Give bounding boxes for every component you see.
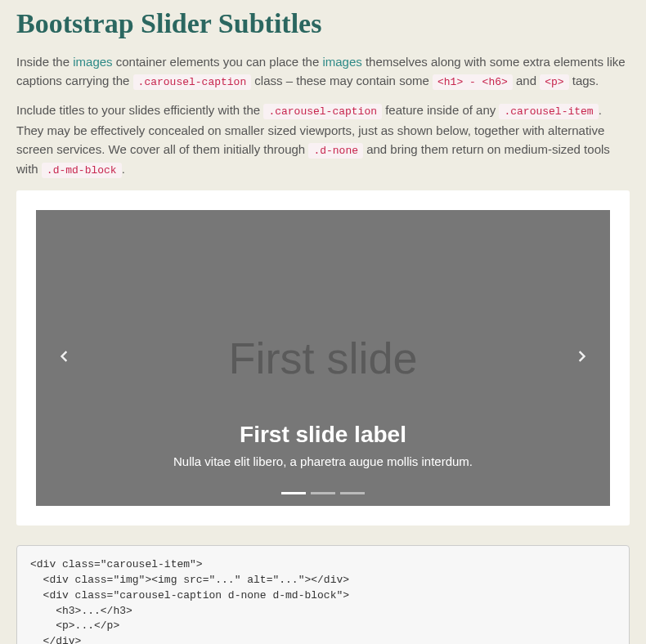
intro-paragraph-1: Inside the images container elements you… [16, 52, 630, 91]
page-title: Bootstrap Slider Subtitles [16, 8, 630, 39]
code-p: <p> [540, 74, 568, 90]
text: Inside the [16, 55, 73, 69]
carousel-indicators [36, 492, 610, 494]
caption-title: First slide label [36, 422, 610, 448]
code-example: <div class="carousel-item"> <div class="… [16, 545, 630, 644]
chevron-right-icon [574, 348, 590, 368]
carousel-example: First slide First slide label Nulla vita… [16, 190, 630, 525]
carousel-prev-button[interactable] [47, 342, 80, 374]
carousel-indicator[interactable] [311, 492, 335, 494]
chevron-left-icon [56, 348, 72, 368]
code-d-md-block: .d-md-block [42, 163, 122, 178]
carousel-indicator[interactable] [340, 492, 365, 494]
text: class – these may contain some [251, 74, 433, 87]
code-d-none: .d-none [308, 143, 363, 159]
slide-placeholder-text: First slide [228, 333, 417, 383]
caption-text: Nulla vitae elit libero, a pharetra augu… [36, 454, 610, 468]
text: . [122, 162, 125, 176]
text: tags. [569, 74, 599, 87]
code-headings: <h1> - <h6> [433, 74, 513, 90]
text: and [513, 74, 540, 87]
code-snippet: <div class="carousel-item"> <div class="… [30, 557, 616, 644]
carousel-caption: First slide label Nulla vitae elit liber… [36, 422, 610, 468]
text: container elements you can place the [113, 55, 323, 69]
text: feature inside of any [382, 103, 499, 117]
code-carousel-item: .carousel-item [499, 104, 598, 119]
carousel-indicator[interactable] [281, 492, 306, 494]
images-link[interactable]: images [322, 55, 361, 69]
code-carousel-caption: .carousel-caption [133, 74, 252, 90]
text: Include titles to your slides efficientl… [16, 103, 263, 117]
code-carousel-caption: .carousel-caption [263, 104, 382, 119]
carousel-next-button[interactable] [566, 342, 599, 374]
images-link[interactable]: images [73, 55, 112, 69]
intro-paragraph-2: Include titles to your slides efficientl… [16, 101, 630, 179]
carousel: First slide First slide label Nulla vita… [36, 210, 610, 506]
